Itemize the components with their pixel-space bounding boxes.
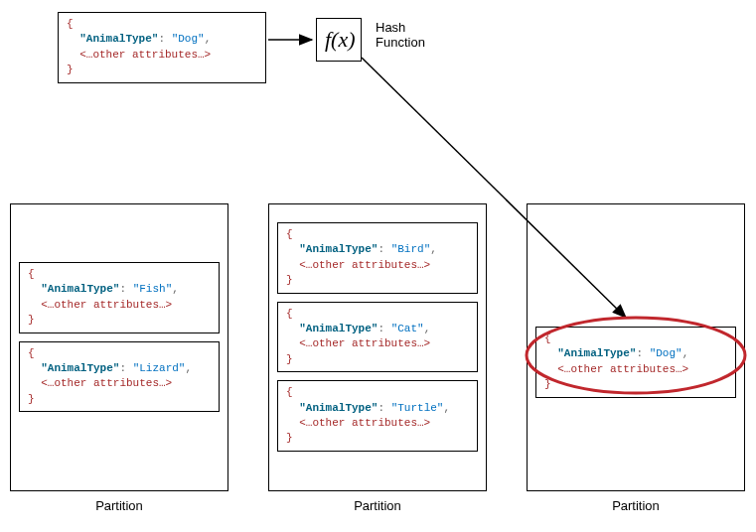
partition-label-2: Partition xyxy=(268,498,487,513)
json-item: { "AnimalType": "Cat", <…other attribute… xyxy=(277,302,478,373)
json-item: { "AnimalType": "Lizard", <…other attrib… xyxy=(19,341,220,413)
partition-box-1: { "AnimalType": "Fish", <…other attribut… xyxy=(10,203,228,491)
partition-box-3: { "AnimalType": "Dog", <…other attribute… xyxy=(527,203,745,491)
json-item-highlighted: { "AnimalType": "Dog", <…other attribute… xyxy=(535,327,736,398)
partition-box-2: { "AnimalType": "Bird", <…other attribut… xyxy=(268,203,487,491)
json-item: { "AnimalType": "Turtle", <…other attrib… xyxy=(277,380,478,452)
json-other: <…other attributes…> xyxy=(79,49,211,61)
input-json-box: { "AnimalType": "Dog", <…other attribute… xyxy=(58,12,266,83)
brace-open: { xyxy=(67,18,74,30)
hash-function-box: f(x) xyxy=(316,18,362,62)
brace-close: } xyxy=(67,64,74,75)
partition-label-1: Partition xyxy=(10,498,228,513)
hash-symbol: f(x) xyxy=(325,27,356,52)
hash-function-label: Hash Function xyxy=(376,20,425,50)
json-item: { "AnimalType": "Bird", <…other attribut… xyxy=(277,222,478,294)
json-value: "Dog" xyxy=(172,33,205,45)
json-item: { "AnimalType": "Fish", <…other attribut… xyxy=(19,262,220,333)
json-key: "AnimalType" xyxy=(79,33,158,45)
partition-label-3: Partition xyxy=(527,498,745,513)
